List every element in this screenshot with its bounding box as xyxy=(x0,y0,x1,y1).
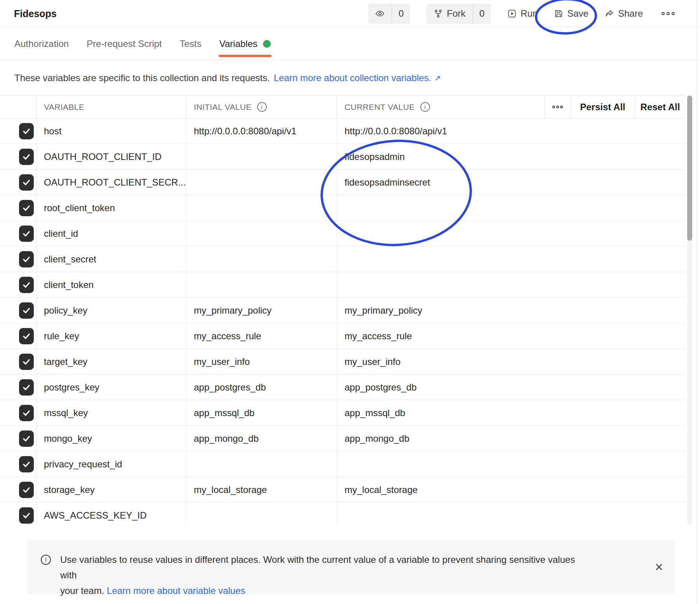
current-value[interactable] xyxy=(336,451,686,477)
row-checkbox-cell xyxy=(0,375,37,400)
vertical-scrollbar-thumb[interactable] xyxy=(687,95,692,241)
initial-value[interactable]: http://0.0.0.0:8080/api/v1 xyxy=(186,118,336,144)
current-value[interactable] xyxy=(336,246,686,272)
row-checkbox[interactable] xyxy=(19,482,34,498)
row-checkbox[interactable] xyxy=(19,405,34,421)
initial-value[interactable] xyxy=(186,221,336,246)
row-checkbox[interactable] xyxy=(19,174,34,191)
row-checkbox[interactable] xyxy=(19,328,34,344)
initial-value[interactable]: app_mongo_db xyxy=(186,426,336,451)
table-more-actions-button[interactable] xyxy=(544,96,571,118)
initial-value[interactable] xyxy=(186,272,336,297)
current-value[interactable]: my_local_storage xyxy=(336,477,686,502)
variable-name[interactable]: mssql_key xyxy=(37,400,186,425)
collection-variables-link[interactable]: Learn more about collection variables. xyxy=(274,73,432,83)
initial-value[interactable] xyxy=(186,246,336,272)
row-checkbox[interactable] xyxy=(19,123,34,139)
variable-name[interactable]: host xyxy=(37,118,186,144)
tab-tests[interactable]: Tests xyxy=(180,27,202,60)
column-initial-value: INITIAL VALUE i xyxy=(186,96,336,118)
variable-name[interactable]: AWS_ACCESS_KEY_ID xyxy=(37,503,186,525)
vertical-scrollbar-track[interactable] xyxy=(687,95,692,525)
watch-count[interactable]: 0 xyxy=(392,3,410,24)
variable-row: privacy_request_id xyxy=(0,451,686,477)
current-value[interactable] xyxy=(336,503,686,525)
current-value[interactable] xyxy=(336,221,686,246)
row-checkbox[interactable] xyxy=(19,277,34,293)
fork-count[interactable]: 0 xyxy=(472,3,491,24)
variable-name[interactable]: OAUTH_ROOT_CLIENT_ID xyxy=(37,144,186,169)
variable-name[interactable]: postgres_key xyxy=(37,375,186,400)
initial-value[interactable]: my_user_info xyxy=(186,349,336,374)
initial-value[interactable] xyxy=(186,170,336,195)
current-value[interactable]: fidesopsadmin xyxy=(336,144,686,169)
row-checkbox[interactable] xyxy=(19,456,34,472)
checkmark-icon xyxy=(22,434,31,443)
row-checkbox[interactable] xyxy=(19,430,34,447)
current-value[interactable]: app_postgres_db xyxy=(336,375,686,400)
three-dots-icon xyxy=(662,12,665,15)
variable-values-link[interactable]: Learn more about variable values xyxy=(107,585,245,596)
info-circle-icon[interactable]: i xyxy=(420,102,430,112)
current-value[interactable]: app_mongo_db xyxy=(336,426,686,451)
current-value[interactable]: fidesopsadminsecret xyxy=(336,170,686,195)
watch-control: 0 xyxy=(368,3,410,24)
initial-value[interactable] xyxy=(186,451,336,477)
row-checkbox[interactable] xyxy=(19,302,34,319)
row-checkbox-cell xyxy=(0,298,37,323)
variable-name[interactable]: storage_key xyxy=(37,477,186,502)
row-checkbox[interactable] xyxy=(19,251,34,267)
checkmark-icon xyxy=(22,178,31,187)
fork-button[interactable]: Fork xyxy=(427,3,472,24)
x-icon: × xyxy=(655,559,663,575)
variable-name[interactable]: client_id xyxy=(37,221,186,246)
initial-value[interactable]: my_primary_policy xyxy=(186,298,336,323)
watch-button[interactable] xyxy=(368,3,392,24)
row-checkbox[interactable] xyxy=(19,354,34,370)
row-checkbox[interactable] xyxy=(19,149,34,165)
play-icon xyxy=(507,9,517,18)
row-checkbox[interactable] xyxy=(19,507,34,524)
info-circle-icon[interactable]: i xyxy=(257,102,267,112)
row-checkbox[interactable] xyxy=(19,226,34,242)
tab-pre-request-script[interactable]: Pre-request Script xyxy=(87,27,162,60)
variable-name[interactable]: rule_key xyxy=(37,323,186,349)
variable-name[interactable]: client_secret xyxy=(37,246,186,272)
current-value[interactable]: app_mssql_db xyxy=(336,400,686,425)
variable-name[interactable]: policy_key xyxy=(37,298,186,323)
reset-all-button[interactable]: Reset All xyxy=(634,96,686,118)
persist-all-button[interactable]: Persist All xyxy=(571,96,634,118)
variable-name[interactable]: target_key xyxy=(37,349,186,374)
variable-row: rule_key my_access_rule my_access_rule xyxy=(0,323,686,349)
row-checkbox[interactable] xyxy=(19,379,34,396)
banner-close-button[interactable]: × xyxy=(655,560,663,574)
variable-name[interactable]: privacy_request_id xyxy=(37,451,186,477)
tab-authorization[interactable]: Authorization xyxy=(14,27,69,60)
current-value[interactable] xyxy=(336,195,686,220)
current-value[interactable]: my_user_info xyxy=(336,349,686,374)
current-value[interactable]: my_access_rule xyxy=(336,323,686,349)
current-value[interactable]: http://0.0.0.0:8080/api/v1 xyxy=(336,118,686,144)
variable-name[interactable]: client_token xyxy=(37,272,186,297)
save-button[interactable]: Save xyxy=(554,8,589,19)
share-button[interactable]: Share xyxy=(605,8,643,19)
variable-name[interactable]: root_client_token xyxy=(37,195,186,220)
run-button[interactable]: Run xyxy=(507,8,538,19)
initial-value[interactable]: my_local_storage xyxy=(186,477,336,502)
tab-variables[interactable]: Variables xyxy=(219,27,271,60)
current-value[interactable]: my_primary_policy xyxy=(336,298,686,323)
row-checkbox-cell xyxy=(0,221,37,246)
initial-value[interactable]: my_access_rule xyxy=(186,323,336,349)
initial-value[interactable] xyxy=(186,144,336,169)
variable-name[interactable]: OAUTH_ROOT_CLIENT_SECR... xyxy=(37,170,186,195)
variable-name[interactable]: mongo_key xyxy=(37,426,186,451)
initial-value[interactable] xyxy=(186,503,336,525)
checkmark-icon xyxy=(22,255,31,264)
current-value[interactable] xyxy=(336,272,686,297)
initial-value[interactable]: app_postgres_db xyxy=(186,375,336,400)
more-actions-button[interactable] xyxy=(659,10,677,17)
tab-bar: Authorization Pre-request Script Tests V… xyxy=(0,27,700,61)
initial-value[interactable] xyxy=(186,195,336,220)
row-checkbox[interactable] xyxy=(19,200,34,216)
initial-value[interactable]: app_mssql_db xyxy=(186,400,336,425)
